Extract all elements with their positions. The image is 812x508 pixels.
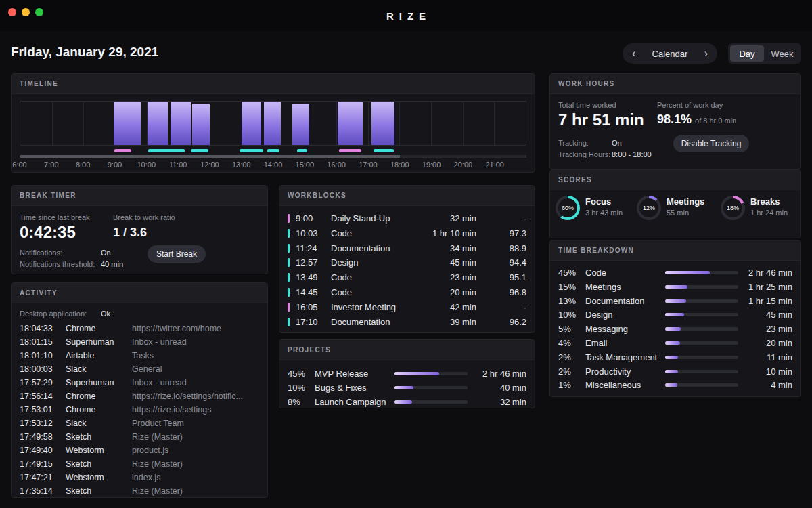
activity-row: 17:53:01Chromehttps://rize.io/settings xyxy=(12,403,267,417)
workblock-name: Code xyxy=(331,272,352,282)
project-percent: 8% xyxy=(288,397,300,407)
activity-time: 18:00:03 xyxy=(20,364,53,374)
activity-detail: https://twitter.com/home xyxy=(132,324,263,333)
percent-of-work-day-value: 98.1% xyxy=(657,112,692,127)
breakdown-row: 2%Task Management11 min xyxy=(550,351,800,365)
activity-app: Webstorm xyxy=(66,446,104,455)
breakdown-percent: 13% xyxy=(558,296,576,306)
project-percent: 45% xyxy=(288,368,305,379)
breakdown-bar-track xyxy=(665,356,738,359)
total-time-worked-label: Total time worked xyxy=(558,101,616,109)
score-ring: 12% xyxy=(637,196,661,220)
breakdown-bar-track xyxy=(665,370,738,373)
scores-panel: SCORES 60%Focus3 hr 43 min12%Meetings55 … xyxy=(549,169,801,238)
activity-row: 17:49:58SketchRize (Master) xyxy=(12,430,267,444)
activity-row: 18:01:10AirtableTasks xyxy=(12,349,267,362)
desktop-application-status: Ok xyxy=(101,310,110,318)
projects-panel-header: PROJECTS xyxy=(279,340,535,360)
workblock-name: Code xyxy=(331,287,352,297)
chevron-right-icon[interactable]: › xyxy=(704,48,708,59)
notifications-threshold-label: Notifications threshold: xyxy=(20,260,95,268)
activity-list[interactable]: 18:04:33Chromehttps://twitter.com/home18… xyxy=(12,322,267,496)
timeline-hour-label: 8:00 xyxy=(76,161,90,169)
project-row: 10%Bugs & Fixes40 min xyxy=(279,381,535,396)
timeline-activity-bar xyxy=(192,104,210,145)
tracking-value: On xyxy=(612,139,622,147)
calendar-button[interactable]: Calendar xyxy=(652,49,688,59)
score-item-focus: 60%Focus3 hr 43 min xyxy=(556,196,635,223)
tracking-hours-value: 8:00 - 18:00 xyxy=(612,150,652,158)
workblock-row: 14:45Code20 min96.8 xyxy=(279,285,535,300)
timeline-panel-header: TIMELINE xyxy=(12,74,535,94)
activity-app: Chrome xyxy=(66,324,95,333)
projects-panel: PROJECTS 45%MVP Release2 hr 46 min10%Bug… xyxy=(279,339,535,408)
chevron-left-icon[interactable]: ‹ xyxy=(632,48,635,59)
workblock-score: 88.9 xyxy=(510,243,526,253)
workblock-color-bar xyxy=(288,229,290,238)
timeline-workblock-marker xyxy=(374,149,394,152)
break-ratio-value: 1 / 3.6 xyxy=(113,226,147,240)
workblocks-panel: WORKBLOCKS 9:00Daily Stand-Up32 min-10:0… xyxy=(279,185,535,333)
project-bar-fill xyxy=(394,400,412,404)
timeline-hour-label: 9:00 xyxy=(108,161,122,169)
scores-panel-header: SCORES xyxy=(550,170,800,190)
workblock-row: 13:49Code23 min95.1 xyxy=(279,270,535,285)
activity-app: Superhuman xyxy=(66,378,114,387)
activity-time: 17:35:14 xyxy=(20,486,53,496)
score-percent: 18% xyxy=(723,198,742,217)
timeline-activity-bar xyxy=(171,102,191,145)
tab-week[interactable]: Week xyxy=(765,45,799,62)
breakdown-name: Code xyxy=(585,268,606,278)
tab-day[interactable]: Day xyxy=(730,45,764,62)
disable-tracking-button[interactable]: Disable Tracking xyxy=(673,135,749,152)
breakdown-bar-fill xyxy=(665,327,681,331)
project-row: 8%Launch Campaign32 min xyxy=(279,396,535,410)
project-bar-track xyxy=(394,372,468,375)
activity-row: 17:56:14Chromehttps://rize.io/settings/n… xyxy=(12,389,267,403)
activity-time: 17:47:21 xyxy=(20,473,53,482)
timeline-activity-bar xyxy=(148,102,168,145)
breakdown-name: Documentation xyxy=(585,296,644,306)
notifications-threshold-value: 40 min xyxy=(101,260,123,268)
activity-row: 17:35:14SketchRize (Master) xyxy=(12,484,267,496)
workblock-color-bar xyxy=(288,318,290,326)
timeline-activity-bar xyxy=(292,104,310,145)
timeline-panel: TIMELINE 6:007:008:009:0010:0011:0012:00… xyxy=(11,73,535,173)
workblock-row: 9:00Daily Stand-Up32 min- xyxy=(279,211,535,226)
timeline-hour-label: 14:00 xyxy=(264,161,283,169)
workblock-score: - xyxy=(524,213,526,224)
breakdown-percent: 15% xyxy=(558,282,576,292)
timeline-hour-label: 21:00 xyxy=(485,161,504,169)
project-duration: 32 min xyxy=(500,397,526,407)
workblock-color-bar xyxy=(288,244,290,253)
activity-time: 18:01:15 xyxy=(20,337,53,347)
breakdown-duration: 45 min xyxy=(766,310,792,320)
breakdown-name: Meetings xyxy=(585,282,621,292)
score-name: Focus xyxy=(585,196,623,207)
workblock-score: 97.3 xyxy=(510,228,526,238)
breakdown-row: 15%Meetings1 hr 25 min xyxy=(550,280,800,295)
timeline-gridline xyxy=(399,102,400,145)
score-duration: 55 min xyxy=(667,209,704,217)
activity-row: 18:01:15SuperhumanInbox - unread xyxy=(12,335,267,349)
activity-app: Slack xyxy=(66,419,87,428)
timeline-gridline xyxy=(83,102,84,145)
timeline-gridline xyxy=(494,102,495,145)
timeline-workblock-marker xyxy=(148,149,185,152)
workblock-time: 10:03 xyxy=(296,228,318,238)
time-breakdown-panel-header: TIME BREAKDOWN xyxy=(550,240,800,261)
breakdown-bar-track xyxy=(665,341,738,345)
timeline-hour-label: 17:00 xyxy=(359,161,378,169)
breakdown-bar-fill xyxy=(665,356,678,359)
start-break-button[interactable]: Start Break xyxy=(148,245,206,263)
activity-time: 17:53:01 xyxy=(20,405,53,415)
timeline-activity-bar xyxy=(264,102,281,145)
workblock-color-bar xyxy=(288,273,290,282)
breakdown-duration: 4 min xyxy=(771,380,792,390)
score-text: Meetings55 min xyxy=(667,196,704,217)
breakdown-bar-track xyxy=(665,285,738,289)
activity-time: 17:56:14 xyxy=(20,391,53,401)
breakdown-bar-track xyxy=(665,383,738,387)
score-ring: 18% xyxy=(721,196,745,220)
notifications-label: Notifications: xyxy=(20,249,62,257)
